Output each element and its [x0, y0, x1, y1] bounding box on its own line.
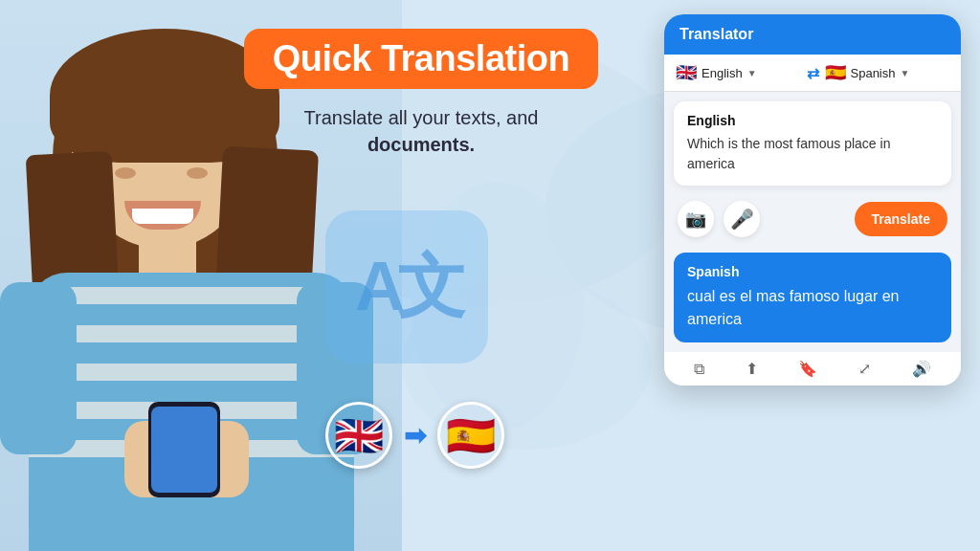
target-language-selector[interactable]: 🇪🇸 Spanish ▼: [825, 62, 950, 83]
translate-icon-circle: A文: [325, 210, 488, 364]
target-lang-chevron-icon: ▼: [900, 68, 909, 78]
center-content-area: Quick Translation Translate all your tex…: [220, 29, 622, 158]
translate-icon-area: A文: [325, 210, 517, 383]
camera-button[interactable]: 📷: [678, 201, 714, 237]
target-lang-flag: 🇪🇸: [825, 62, 846, 83]
action-bar: 📷 🎤 Translate: [664, 195, 961, 247]
target-lang-label: Spanish: [851, 66, 896, 80]
translator-header: Translator: [664, 14, 961, 55]
language-bar[interactable]: 🇬🇧 English ▼ ⇄ 🇪🇸 Spanish ▼: [664, 55, 961, 92]
flags-area: 🇬🇧 ➡ 🇪🇸: [325, 402, 504, 469]
app-title: Quick Translation: [244, 29, 598, 89]
target-flag: 🇪🇸: [437, 402, 504, 469]
microphone-button[interactable]: 🎤: [724, 201, 760, 237]
bottom-bar: ⧉ ⬆ 🔖 ⤢ 🔊: [664, 352, 961, 386]
output-lang-label: Spanish: [687, 264, 938, 279]
translate-letters: A文: [355, 241, 458, 333]
camera-icon: 📷: [685, 209, 706, 230]
tagline: Translate all your texts, and documents.: [220, 104, 622, 158]
copy-icon[interactable]: ⧉: [694, 361, 704, 378]
source-lang-flag: 🇬🇧: [676, 62, 697, 83]
input-text: Which is the most famous place in americ…: [687, 134, 938, 174]
microphone-icon: 🎤: [730, 208, 754, 231]
output-text: cual es el mas famoso lugar en america: [687, 285, 938, 331]
swap-languages-icon[interactable]: ⇄: [807, 64, 819, 82]
speaker-icon[interactable]: 🔊: [912, 360, 931, 378]
source-lang-chevron-icon: ▼: [747, 68, 757, 78]
source-language-selector[interactable]: 🇬🇧 English ▼: [676, 62, 801, 83]
share-icon[interactable]: ⬆: [746, 360, 758, 378]
source-lang-label: English: [702, 66, 743, 80]
translator-app-panel: Translator 🇬🇧 English ▼ ⇄ 🇪🇸 Spanish ▼ E…: [664, 14, 961, 386]
translate-button[interactable]: Translate: [855, 202, 947, 236]
output-box: Spanish cual es el mas famoso lugar en a…: [674, 253, 951, 342]
bookmark-icon[interactable]: 🔖: [798, 360, 817, 378]
input-box[interactable]: English Which is the most famous place i…: [674, 101, 951, 186]
arrow-icon: ➡: [404, 420, 426, 452]
source-flag: 🇬🇧: [325, 402, 392, 469]
input-lang-label: English: [687, 113, 938, 128]
fullscreen-icon[interactable]: ⤢: [858, 360, 871, 378]
